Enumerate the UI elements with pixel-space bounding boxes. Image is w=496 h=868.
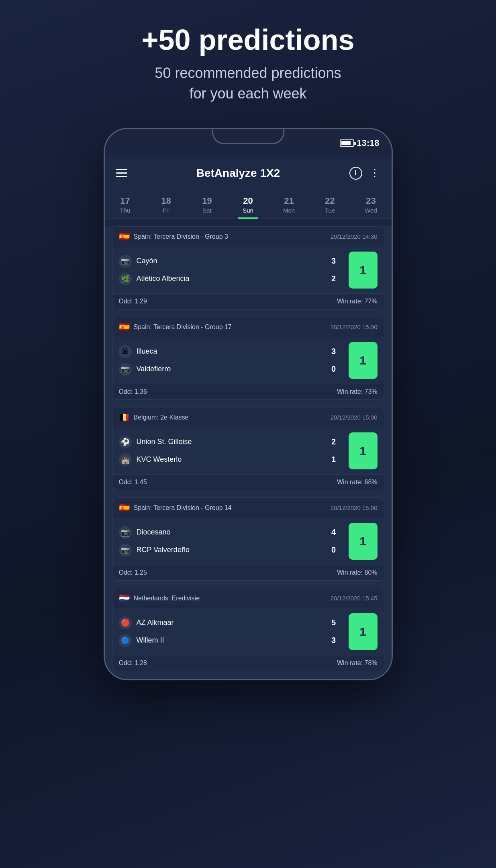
tab-22-tue[interactable]: 22 Tue xyxy=(310,189,351,219)
away-score-4: 0 xyxy=(329,545,339,555)
teams-area-2: 🏛 Illueca 3 📷 Valdefierro 0 1 xyxy=(112,337,384,384)
app-title: BetAnalyze 1X2 xyxy=(135,167,342,180)
home-score-1: 3 xyxy=(329,256,339,266)
teams-list-2: 🏛 Illueca 3 📷 Valdefierro 0 xyxy=(119,337,339,384)
teams-area-1: 📷 Cayón 3 🌿 Atlético Albericia 2 1 xyxy=(112,247,384,293)
league-info-3: 🇧🇪 Belgium: 2e Klasse xyxy=(119,412,189,423)
home-logo-4: 📷 xyxy=(119,526,132,539)
win-rate-1: Win rate: 77% xyxy=(337,298,377,305)
league-name-3: Belgium: 2e Klasse xyxy=(134,414,189,421)
divider-2 xyxy=(342,341,342,380)
home-team-5: 🔴 AZ Alkmaar 5 xyxy=(119,614,339,632)
away-name-3: KVC Westerlo xyxy=(137,455,324,464)
divider-4 xyxy=(342,522,342,561)
home-name-4: Diocesano xyxy=(137,528,324,536)
away-score-5: 3 xyxy=(329,636,339,645)
prediction-1: 1 xyxy=(349,252,378,289)
home-team-1: 📷 Cayón 3 xyxy=(119,252,339,270)
tab-23-wed[interactable]: 23 Wed xyxy=(351,189,392,219)
teams-list-1: 📷 Cayón 3 🌿 Atlético Albericia 2 xyxy=(119,247,339,293)
more-button[interactable]: ⋮ xyxy=(369,167,380,179)
away-team-1: 🌿 Atlético Albericia 2 xyxy=(119,270,339,288)
match-footer-3: Odd: 1.45 Win rate: 68% xyxy=(112,474,384,490)
home-score-3: 2 xyxy=(329,437,339,446)
away-name-1: Atlético Albericia xyxy=(137,274,324,283)
flag-1: 🇪🇸 xyxy=(119,231,130,242)
home-logo-1: 📷 xyxy=(119,255,132,268)
match-card-3: 🇧🇪 Belgium: 2e Klasse 20/12/2020 15:00 ⚽… xyxy=(112,407,384,490)
home-name-3: Union St. Gilloise xyxy=(137,438,324,446)
tab-18-fri[interactable]: 18 Fri xyxy=(146,189,187,219)
away-team-3: 🏰 KVC Westerlo 1 xyxy=(119,451,339,469)
phone-frame: 13:18 BetAnalyze 1X2 i ⋮ 17 Thu 18 Fri 1… xyxy=(104,128,393,680)
flag-3: 🇧🇪 xyxy=(119,412,130,423)
home-name-5: AZ Alkmaar xyxy=(137,618,324,627)
away-logo-5: 🔵 xyxy=(119,634,132,647)
away-team-4: 📷 RCP Valverdeño 0 xyxy=(119,541,339,559)
hero-title: +50 predictions xyxy=(141,24,354,56)
home-team-4: 📷 Diocesano 4 xyxy=(119,524,339,541)
league-info-2: 🇪🇸 Spain: Tercera Division - Group 17 xyxy=(119,322,232,332)
status-time: 13:18 xyxy=(357,138,379,148)
prediction-5: 1 xyxy=(349,613,378,650)
divider-1 xyxy=(342,251,342,289)
battery-icon xyxy=(340,139,354,147)
teams-list-5: 🔴 AZ Alkmaar 5 🔵 Willem II 3 xyxy=(119,608,339,655)
away-score-2: 0 xyxy=(329,364,339,374)
match-header-5: 🇳🇱 Netherlands: Eredivisie 20/12/2020 15… xyxy=(112,588,384,608)
away-team-5: 🔵 Willem II 3 xyxy=(119,632,339,649)
league-info-1: 🇪🇸 Spain: Tercera Division - Group 3 xyxy=(119,231,228,242)
home-name-1: Cayón xyxy=(137,257,324,265)
date-tabs: 17 Thu 18 Fri 19 Sat 20 Sun 21 Mon 22 Tu… xyxy=(105,189,392,219)
flag-5: 🇳🇱 xyxy=(119,593,130,604)
tab-21-mon[interactable]: 21 Mon xyxy=(269,189,310,219)
match-card-2: 🇪🇸 Spain: Tercera Division - Group 17 20… xyxy=(112,317,384,400)
odd-2: Odd: 1.36 xyxy=(119,388,147,395)
league-name-2: Spain: Tercera Division - Group 17 xyxy=(134,323,232,331)
tab-17-thu[interactable]: 17 Thu xyxy=(105,189,146,219)
hero-subtitle: 50 recommended predictionsfor you each w… xyxy=(155,63,341,104)
teams-list-3: ⚽ Union St. Gilloise 2 🏰 KVC Westerlo 1 xyxy=(119,428,339,474)
away-logo-2: 📷 xyxy=(119,363,132,376)
prediction-4: 1 xyxy=(349,523,378,560)
teams-list-4: 📷 Diocesano 4 📷 RCP Valverdeño 0 xyxy=(119,518,339,565)
away-logo-3: 🏰 xyxy=(119,453,132,466)
menu-button[interactable] xyxy=(116,169,127,177)
league-name-1: Spain: Tercera Division - Group 3 xyxy=(134,233,228,240)
tab-20-sun[interactable]: 20 Sun xyxy=(228,189,269,219)
teams-area-3: ⚽ Union St. Gilloise 2 🏰 KVC Westerlo 1 … xyxy=(112,428,384,474)
home-score-4: 4 xyxy=(329,528,339,537)
match-time-3: 20/12/2020 15:00 xyxy=(331,414,378,421)
divider-3 xyxy=(342,432,342,470)
info-button[interactable]: i xyxy=(349,167,362,180)
match-footer-2: Odd: 1.36 Win rate: 73% xyxy=(112,384,384,399)
app-bar: BetAnalyze 1X2 i ⋮ xyxy=(105,157,392,189)
match-header-3: 🇧🇪 Belgium: 2e Klasse 20/12/2020 15:00 xyxy=(112,407,384,428)
tab-19-sat[interactable]: 19 Sat xyxy=(187,189,228,219)
win-rate-4: Win rate: 80% xyxy=(337,569,377,576)
away-score-1: 2 xyxy=(329,274,339,283)
league-name-4: Spain: Tercera Division - Group 14 xyxy=(134,504,232,512)
odd-5: Odd: 1.28 xyxy=(119,659,147,667)
match-header-1: 🇪🇸 Spain: Tercera Division - Group 3 20/… xyxy=(112,227,384,247)
away-team-2: 📷 Valdefierro 0 xyxy=(119,360,339,378)
match-footer-1: Odd: 1.29 Win rate: 77% xyxy=(112,293,384,309)
battery-indicator: 13:18 xyxy=(340,138,379,148)
home-logo-3: ⚽ xyxy=(119,436,132,448)
match-header-4: 🇪🇸 Spain: Tercera Division - Group 14 20… xyxy=(112,498,384,518)
match-time-2: 20/12/2020 15:00 xyxy=(331,323,378,330)
status-bar: 13:18 xyxy=(105,129,392,157)
match-time-1: 20/12/2020 14:30 xyxy=(331,233,378,240)
matches-list: 🇪🇸 Spain: Tercera Division - Group 3 20/… xyxy=(105,226,392,679)
match-card-1: 🇪🇸 Spain: Tercera Division - Group 3 20/… xyxy=(112,226,384,309)
match-footer-5: Odd: 1.28 Win rate: 78% xyxy=(112,655,384,671)
phone-notch xyxy=(212,129,284,144)
flag-4: 🇪🇸 xyxy=(119,503,130,513)
league-name-5: Netherlands: Eredivisie xyxy=(134,595,200,602)
match-card-5: 🇳🇱 Netherlands: Eredivisie 20/12/2020 15… xyxy=(112,588,384,671)
league-info-5: 🇳🇱 Netherlands: Eredivisie xyxy=(119,593,200,604)
home-score-5: 5 xyxy=(329,618,339,627)
home-logo-2: 🏛 xyxy=(119,345,132,358)
win-rate-5: Win rate: 78% xyxy=(337,659,377,667)
home-name-2: Illueca xyxy=(137,347,324,356)
